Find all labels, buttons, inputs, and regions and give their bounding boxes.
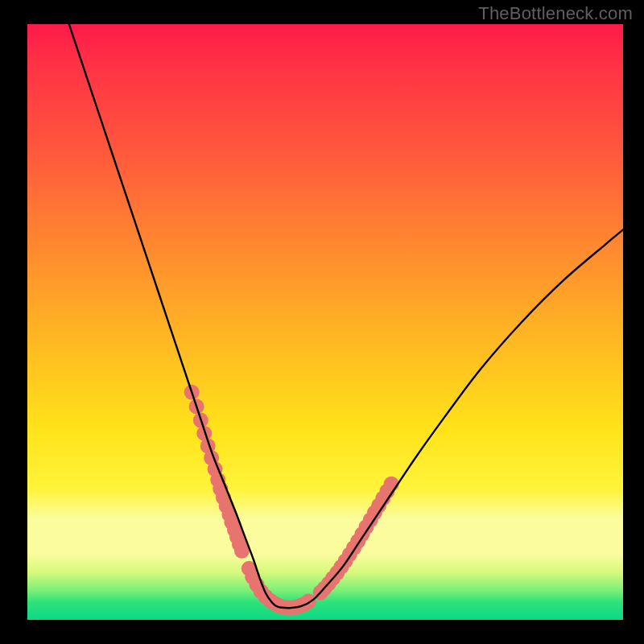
plot-area: [27, 24, 623, 620]
chart-frame: TheBottleneck.com: [0, 0, 644, 644]
watermark-label: TheBottleneck.com: [478, 3, 633, 24]
highlight-dots-group: [184, 385, 399, 616]
bottleneck-curve-path: [69, 24, 623, 608]
chart-overlay: [27, 24, 623, 620]
